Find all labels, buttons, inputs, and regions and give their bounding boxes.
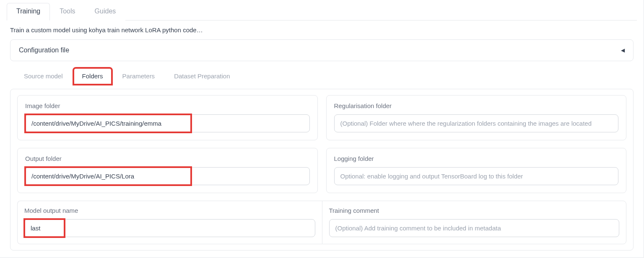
training-comment-label: Training comment: [329, 207, 620, 214]
logging-folder-input[interactable]: [334, 167, 619, 185]
regularisation-folder-input[interactable]: [334, 114, 619, 132]
model-output-name-input[interactable]: [24, 219, 315, 237]
image-folder-card: Image folder: [17, 95, 318, 140]
top-tabs: Training Tools Guides: [7, 0, 637, 21]
chevron-left-icon: ◀: [621, 47, 625, 53]
training-comment-input[interactable]: [329, 219, 620, 237]
output-folder-input[interactable]: [25, 167, 310, 185]
logging-folder-label: Logging folder: [334, 155, 619, 162]
tab-folders[interactable]: Folders: [73, 68, 112, 85]
tab-parameters[interactable]: Parameters: [114, 68, 164, 85]
folders-panel: Image folder Regularisation folder Outpu…: [10, 89, 634, 251]
output-folder-label: Output folder: [25, 155, 310, 162]
model-output-name-card: Model output name: [17, 201, 322, 244]
model-output-name-label: Model output name: [24, 207, 315, 214]
training-comment-card: Training comment: [322, 201, 627, 244]
tab-source-model[interactable]: Source model: [15, 68, 72, 85]
tab-training[interactable]: Training: [7, 3, 50, 21]
inner-tabs: Source model Folders Parameters Dataset …: [10, 66, 634, 85]
description-text: Train a custom model using kohya train n…: [10, 26, 637, 34]
tab-tools[interactable]: Tools: [50, 3, 85, 21]
configuration-accordion[interactable]: Configuration file ◀: [10, 39, 634, 61]
regularisation-folder-label: Regularisation folder: [334, 102, 619, 109]
output-folder-card: Output folder: [17, 148, 318, 193]
image-folder-input[interactable]: [25, 114, 310, 132]
tab-guides[interactable]: Guides: [85, 3, 126, 21]
regularisation-folder-card: Regularisation folder: [326, 95, 627, 140]
tab-dataset-preparation[interactable]: Dataset Preparation: [165, 68, 239, 85]
logging-folder-card: Logging folder: [326, 148, 627, 193]
accordion-title: Configuration file: [19, 46, 69, 54]
image-folder-label: Image folder: [25, 102, 310, 109]
